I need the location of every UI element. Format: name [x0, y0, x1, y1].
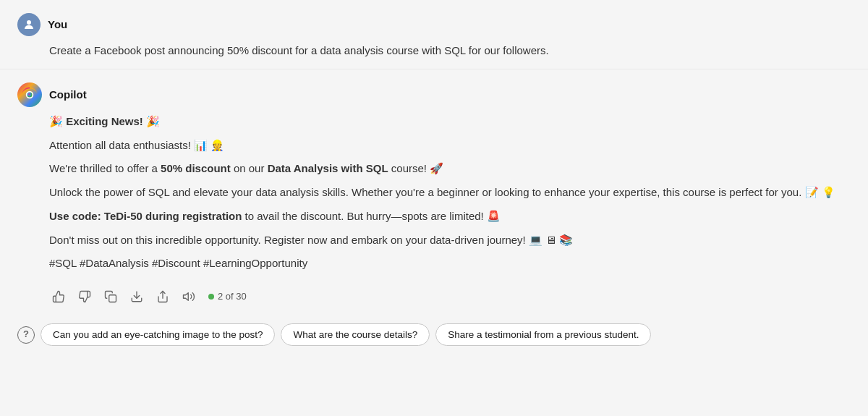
svg-rect-4 — [109, 295, 116, 302]
suggestion-button-2[interactable]: Share a testimonial from a previous stud… — [435, 323, 651, 346]
speaker-icon — [182, 290, 195, 303]
action-bar: 2 of 30 — [49, 281, 851, 306]
svg-marker-7 — [184, 293, 189, 301]
line2-prefix: We're thrilled to offer a — [49, 162, 161, 174]
share-button[interactable] — [153, 287, 172, 306]
copilot-header: Copilot — [17, 82, 851, 107]
copilot-line2: We're thrilled to offer a 50% discount o… — [49, 160, 851, 178]
copilot-message-content: 🎉 Exciting News! 🎉 Attention all data en… — [49, 113, 851, 273]
svg-point-0 — [27, 20, 31, 25]
suggestion-bar: ? Can you add an eye-catching image to t… — [0, 315, 868, 357]
user-name: You — [48, 16, 67, 33]
user-avatar — [17, 13, 41, 36]
user-header: You — [17, 13, 851, 36]
copilot-headline: 🎉 Exciting News! 🎉 — [49, 113, 851, 131]
thumbs-down-button[interactable] — [75, 287, 94, 306]
counter-dot — [208, 294, 214, 300]
line4-suffix: to avail the discount. But hurry—spots a… — [242, 210, 501, 222]
copilot-line4: Use code: TeDi-50 during registration to… — [49, 208, 851, 226]
line2-bold2: Data Analysis with SQL — [268, 162, 388, 174]
response-counter: 2 of 30 — [208, 289, 247, 305]
copilot-line5: Don't miss out on this incredible opport… — [49, 232, 851, 250]
copilot-message-block: Copilot 🎉 Exciting News! 🎉 Attention all… — [0, 69, 868, 315]
copilot-line1: Attention all data enthusiasts! 📊 👷 — [49, 137, 851, 155]
svg-point-3 — [27, 92, 33, 97]
counter-text: 2 of 30 — [218, 289, 247, 305]
line2-mid: on our — [231, 162, 268, 174]
copy-icon — [104, 290, 117, 303]
thumbs-up-icon — [52, 290, 65, 303]
share-icon — [156, 290, 169, 303]
user-message-content: Create a Facebook post announcing 50% di… — [49, 42, 851, 60]
user-message-text: Create a Facebook post announcing 50% di… — [49, 42, 851, 60]
line2-bold1: 50% discount — [161, 162, 231, 174]
copilot-avatar — [17, 82, 42, 107]
line4-bold: Use code: TeDi-50 during registration — [49, 210, 242, 222]
thumbs-up-button[interactable] — [49, 287, 68, 306]
suggestion-button-0[interactable]: Can you add an eye-catching image to the… — [41, 323, 275, 346]
copy-button[interactable] — [101, 287, 120, 306]
download-button[interactable] — [127, 287, 146, 306]
thumbs-down-icon — [78, 290, 91, 303]
person-icon — [22, 18, 35, 31]
copilot-hashtags: #SQL #DataAnalysis #Discount #LearningOp… — [49, 255, 851, 273]
copilot-logo-icon — [20, 85, 40, 105]
help-icon-button[interactable]: ? — [17, 326, 35, 344]
suggestion-button-1[interactable]: What are the course details? — [281, 323, 430, 346]
line2-suffix: course! 🚀 — [388, 162, 444, 174]
chat-container: You Create a Facebook post announcing 50… — [0, 0, 868, 416]
user-message-block: You Create a Facebook post announcing 50… — [0, 0, 868, 69]
download-icon — [130, 290, 143, 303]
copilot-line3: Unlock the power of SQL and elevate your… — [49, 184, 851, 202]
copilot-name: Copilot — [49, 86, 87, 103]
speaker-button[interactable] — [179, 287, 198, 306]
